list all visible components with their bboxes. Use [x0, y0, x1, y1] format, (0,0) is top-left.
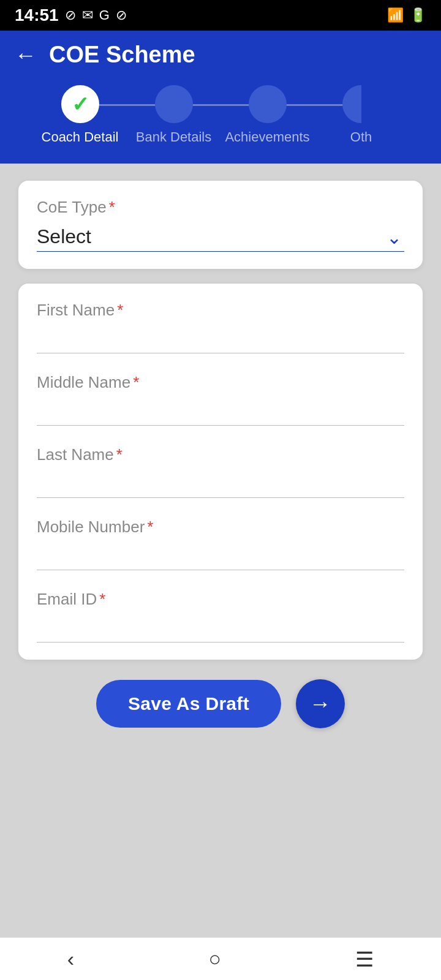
mobile-number-field: Mobile Number* [37, 518, 404, 570]
step-achievements: Achievements [221, 85, 314, 145]
last-name-input[interactable] [37, 469, 404, 498]
bottom-actions: Save As Draft → [18, 679, 423, 728]
middle-name-required: * [133, 373, 139, 391]
back-button[interactable]: ← [15, 44, 37, 66]
step-3-label: Achievements [225, 129, 309, 145]
mobile-required: * [147, 518, 153, 536]
middle-name-field: Middle Name* [37, 373, 404, 426]
personal-info-card: First Name* Middle Name* Last Name* Mobi… [18, 284, 423, 660]
step-1-circle: ✓ [61, 85, 99, 123]
nav-back-icon[interactable]: ‹ [67, 947, 74, 971]
first-name-label: First Name* [37, 301, 404, 320]
last-name-field: Last Name* [37, 445, 404, 498]
step-other: Oth [314, 85, 408, 145]
coe-type-select-wrapper: Select Type A Type B Type C ⌄ [37, 222, 404, 252]
next-button[interactable]: → [296, 679, 345, 728]
coe-type-field: CoE Type* Select Type A Type B Type C ⌄ [37, 198, 404, 252]
arrow-right-icon: → [309, 691, 331, 717]
notification-icon-1: ⊘ [65, 7, 76, 23]
first-name-input[interactable] [37, 325, 404, 353]
status-bar: 14:51 ⊘ ✉ G ⊘ 📶 🔋 [0, 0, 441, 31]
stepper: ✓ Coach Detail Bank Details Achievements… [15, 85, 426, 164]
g-icon: G [99, 7, 110, 23]
nav-home-icon[interactable]: ○ [208, 947, 221, 971]
step-2-label: Bank Details [136, 129, 212, 145]
step-2-circle [155, 85, 193, 123]
step-3-circle [249, 85, 287, 123]
step-bank-details: Bank Details [127, 85, 221, 145]
email-id-label: Email ID* [37, 590, 404, 609]
status-time: 14:51 [15, 6, 59, 25]
mail-icon: ✉ [82, 7, 93, 23]
middle-name-input[interactable] [37, 397, 404, 426]
first-name-required: * [117, 301, 123, 319]
header: ← COE Scheme ✓ Coach Detail Bank Details… [0, 31, 441, 164]
step-4-label: Oth [350, 129, 372, 145]
bitcoin-icon: ⊘ [116, 7, 127, 23]
wifi-icon: 📶 [387, 7, 404, 23]
nav-menu-icon[interactable]: ☰ [355, 947, 374, 971]
step-4-circle [342, 85, 380, 123]
coe-type-required: * [109, 198, 115, 216]
mobile-number-label: Mobile Number* [37, 518, 404, 537]
last-name-label: Last Name* [37, 445, 404, 464]
email-id-input[interactable] [37, 614, 404, 643]
nav-bar: ‹ ○ ☰ [0, 937, 441, 980]
main-content: CoE Type* Select Type A Type B Type C ⌄ … [0, 164, 441, 937]
page-title: COE Scheme [49, 42, 195, 68]
step-coach-detail: ✓ Coach Detail [33, 85, 127, 145]
email-required: * [99, 590, 105, 608]
battery-icon: 🔋 [410, 7, 426, 23]
coe-type-card: CoE Type* Select Type A Type B Type C ⌄ [18, 181, 423, 269]
mobile-number-input[interactable] [37, 541, 404, 570]
save-draft-button[interactable]: Save As Draft [96, 680, 281, 728]
first-name-field: First Name* [37, 301, 404, 353]
checkmark-icon: ✓ [72, 92, 89, 116]
coe-type-label: CoE Type* [37, 198, 404, 217]
step-1-label: Coach Detail [42, 129, 119, 145]
coe-type-select[interactable]: Select Type A Type B Type C [37, 222, 404, 252]
email-id-field: Email ID* [37, 590, 404, 643]
last-name-required: * [116, 445, 123, 464]
middle-name-label: Middle Name* [37, 373, 404, 392]
